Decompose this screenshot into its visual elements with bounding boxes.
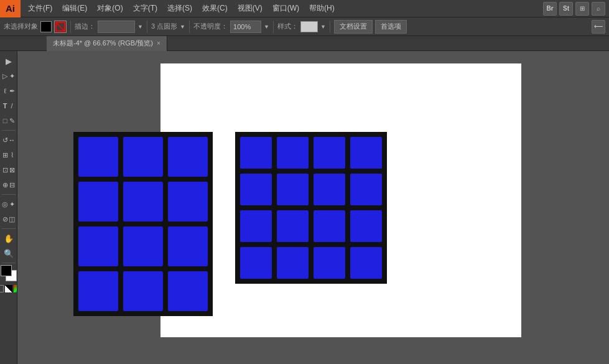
line-tool[interactable]: / — [9, 99, 16, 113]
eyedropper-tool[interactable]: ✦ — [9, 197, 16, 211]
grid1-cell-4 — [122, 180, 164, 223]
stroke-swatch[interactable] — [54, 21, 67, 33]
menu-items: 文件(F) 编辑(E) 对象(O) 文字(T) 选择(S) 效果(C) 视图(V… — [21, 2, 342, 15]
style-label: 样式： — [277, 22, 298, 31]
scale-tool[interactable]: ⊞ — [2, 148, 9, 162]
blend-tool[interactable]: ◎ — [2, 197, 9, 211]
pencil-tool[interactable]: ✎ — [9, 114, 16, 128]
grid2-cell-4 — [239, 172, 273, 207]
shape-builder-pair: ⊕ ⊟ — [1, 177, 17, 192]
rotate-tool[interactable]: ↺ — [2, 133, 9, 147]
direct-selection-tool[interactable]: ▷ — [2, 69, 9, 83]
sep4 — [273, 21, 274, 33]
tab-title: 未标题-4* @ 66.67% (RGB/预览) — [53, 39, 153, 48]
grid2-cell-12 — [239, 246, 273, 280]
stock-icon[interactable]: St — [559, 2, 573, 16]
pen-tool[interactable]: ✒ — [9, 84, 16, 98]
mesh-tool[interactable]: ⊘ — [2, 212, 9, 226]
gradient-tool[interactable]: ◫ — [9, 212, 16, 226]
menu-text[interactable]: 文字(T) — [128, 2, 162, 15]
menu-select[interactable]: 选择(S) — [162, 2, 197, 15]
grid1-cell-10 — [122, 270, 164, 312]
color-swatches — [1, 265, 17, 282]
style-arrow[interactable]: ▼ — [320, 24, 326, 30]
grid1-cell-5 — [167, 180, 209, 223]
menu-window[interactable]: 窗口(W) — [267, 2, 304, 15]
grid1-cell-9 — [77, 270, 119, 312]
style-swatch[interactable] — [300, 21, 318, 32]
type-tool[interactable]: T — [2, 99, 9, 113]
opacity-input[interactable] — [230, 21, 261, 33]
grid2-cell-11 — [349, 209, 383, 243]
main-area: ▶ ▷ ✦ ℓ ✒ T / □ ✎ ↺ ↔ ⊞ ⌇ ⊡ ⊠ — [0, 51, 609, 364]
warp-tool[interactable]: ⌇ — [9, 148, 16, 162]
blue-grid-1[interactable] — [73, 132, 213, 316]
search-icon[interactable]: ⌕ — [592, 2, 605, 16]
stroke-label: 描边： — [75, 22, 95, 31]
svg-line-1 — [56, 22, 65, 31]
tool-sep-4 — [2, 263, 16, 263]
grid1-cell-3 — [77, 180, 119, 223]
grid2-cell-15 — [349, 246, 383, 280]
reflect-tool[interactable]: ↔ — [9, 133, 16, 147]
perspective-tool[interactable]: ⊟ — [9, 178, 16, 192]
grid2-cell-10 — [312, 209, 346, 243]
toolbox: ▶ ▷ ✦ ℓ ✒ T / □ ✎ ↺ ↔ ⊞ ⌇ ⊡ ⊠ — [0, 51, 17, 364]
stroke-input[interactable] — [98, 21, 135, 33]
grid1-cell-1 — [122, 136, 164, 178]
ai-logo: Ai — [0, 0, 21, 17]
fill-swatch[interactable] — [40, 21, 52, 32]
reset-colors[interactable] — [5, 285, 12, 292]
mesh-pair: ⊘ ◫ — [1, 212, 17, 226]
foreground-color-swatch[interactable] — [1, 265, 12, 276]
rectangle-tool[interactable]: □ — [2, 114, 9, 128]
selection-tool[interactable]: ▶ — [1, 54, 17, 68]
opacity-label: 不透明度： — [193, 22, 228, 31]
lasso-tool[interactable]: ℓ — [2, 84, 9, 98]
grid1-cell-7 — [122, 225, 164, 268]
none-color[interactable] — [0, 285, 4, 292]
menu-help[interactable]: 帮助(H) — [304, 2, 340, 15]
grid2-cell-8 — [239, 209, 273, 243]
grid2-cell-7 — [349, 172, 383, 207]
toolbar: 未选择对象 描边： ▼ 3 点圆形 ▼ 不透明度： ▼ 样式： ▼ 文档设置 首… — [0, 17, 609, 36]
menu-view[interactable]: 视图(V) — [233, 2, 267, 15]
document-tab[interactable]: 未标题-4* @ 66.67% (RGB/预览) × — [47, 36, 167, 51]
menu-bar: Ai 文件(F) 编辑(E) 对象(O) 文字(T) 选择(S) 效果(C) 视… — [0, 0, 609, 17]
grid2-cell-2 — [312, 136, 346, 170]
opacity-arrow[interactable]: ▼ — [264, 24, 269, 30]
menu-object[interactable]: 对象(O) — [92, 2, 128, 15]
tab-bar: 未标题-4* @ 66.67% (RGB/预览) × — [0, 36, 609, 51]
shape-builder-tool[interactable]: ⊕ — [2, 178, 9, 192]
toolbar-right: ⟵ — [592, 20, 605, 34]
point-arrow[interactable]: ▼ — [180, 24, 185, 30]
width-tool[interactable]: ⊡ — [2, 163, 9, 177]
tool-sep-3 — [2, 228, 16, 229]
doc-settings-button[interactable]: 文档设置 — [334, 20, 373, 34]
zoom-tool[interactable]: 🔍 — [1, 246, 17, 261]
menu-effect[interactable]: 效果(C) — [197, 2, 233, 15]
sep5 — [330, 21, 330, 33]
type-pair: T / — [1, 98, 17, 113]
blue-grid-2[interactable] — [235, 132, 387, 284]
sep3 — [189, 21, 190, 33]
hand-tool[interactable]: ✋ — [1, 231, 17, 246]
grid1-cell-6 — [77, 225, 119, 268]
preferences-button[interactable]: 首选项 — [375, 20, 407, 34]
menu-file[interactable]: 文件(F) — [23, 2, 57, 15]
arrange-icon[interactable]: ⟵ — [592, 20, 605, 34]
rotate-pair: ↺ ↔ — [1, 133, 17, 147]
grid1-cell-0 — [77, 136, 119, 178]
grid1-cell-8 — [167, 225, 209, 268]
bridge-icon[interactable]: Br — [543, 2, 557, 16]
free-transform-tool[interactable]: ⊠ — [9, 163, 16, 177]
no-selection-label: 未选择对象 — [4, 22, 38, 31]
grid-view-icon[interactable]: ⊞ — [575, 2, 589, 16]
grid1-cell-11 — [167, 270, 209, 312]
grid1-cell-2 — [167, 136, 209, 178]
grid2-cell-5 — [276, 172, 310, 207]
stroke-arrow[interactable]: ▼ — [137, 24, 143, 30]
tab-close-button[interactable]: × — [157, 40, 160, 47]
menu-edit[interactable]: 编辑(E) — [57, 2, 92, 15]
magic-wand-tool[interactable]: ✦ — [9, 69, 16, 83]
